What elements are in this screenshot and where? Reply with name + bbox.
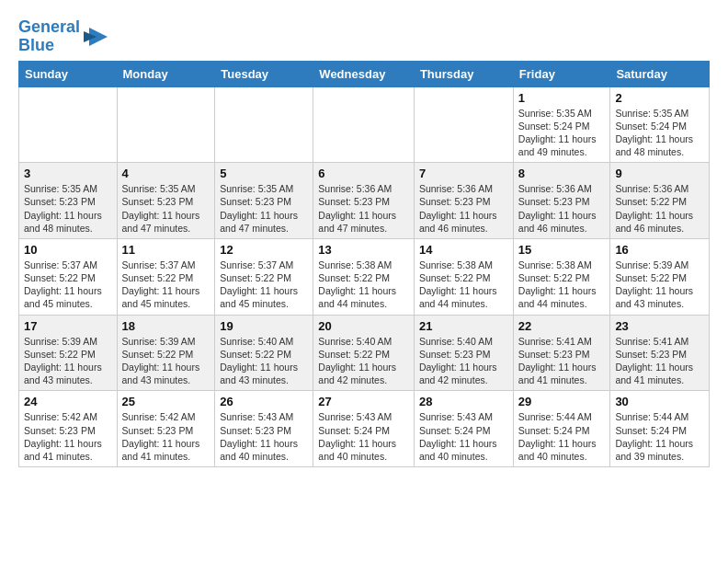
day-info: Sunrise: 5:42 AM Sunset: 5:23 PM Dayligh… — [122, 410, 210, 463]
day-info: Sunrise: 5:43 AM Sunset: 5:24 PM Dayligh… — [318, 410, 409, 463]
day-info: Sunrise: 5:35 AM Sunset: 5:24 PM Dayligh… — [615, 107, 704, 159]
logo: General Blue — [18, 18, 109, 55]
calendar-cell: 1Sunrise: 5:35 AM Sunset: 5:24 PM Daylig… — [513, 86, 610, 163]
day-number: 22 — [518, 319, 606, 333]
weekday-header: Friday — [513, 61, 610, 86]
day-info: Sunrise: 5:39 AM Sunset: 5:22 PM Dayligh… — [24, 335, 112, 387]
day-info: Sunrise: 5:38 AM Sunset: 5:22 PM Dayligh… — [318, 259, 409, 311]
weekday-header: Sunday — [19, 61, 118, 86]
day-number: 23 — [615, 319, 704, 333]
calendar-cell: 21Sunrise: 5:40 AM Sunset: 5:23 PM Dayli… — [414, 315, 513, 391]
day-number: 21 — [419, 319, 508, 333]
day-number: 13 — [318, 243, 409, 257]
calendar-cell — [313, 86, 415, 163]
day-info: Sunrise: 5:36 AM Sunset: 5:22 PM Dayligh… — [615, 182, 704, 235]
calendar-cell: 25Sunrise: 5:42 AM Sunset: 5:23 PM Dayli… — [117, 391, 215, 467]
day-number: 8 — [518, 167, 606, 180]
calendar-cell: 20Sunrise: 5:40 AM Sunset: 5:22 PM Dayli… — [313, 315, 415, 391]
calendar-week-row: 17Sunrise: 5:39 AM Sunset: 5:22 PM Dayli… — [19, 315, 710, 391]
day-info: Sunrise: 5:35 AM Sunset: 5:23 PM Dayligh… — [220, 182, 308, 235]
day-number: 17 — [24, 319, 112, 333]
calendar-cell: 29Sunrise: 5:44 AM Sunset: 5:24 PM Dayli… — [513, 391, 610, 467]
day-info: Sunrise: 5:36 AM Sunset: 5:23 PM Dayligh… — [318, 182, 409, 235]
day-number: 30 — [615, 395, 704, 408]
day-info: Sunrise: 5:44 AM Sunset: 5:24 PM Dayligh… — [615, 410, 704, 463]
day-number: 11 — [122, 243, 210, 257]
day-number: 12 — [220, 243, 308, 257]
day-info: Sunrise: 5:40 AM Sunset: 5:23 PM Dayligh… — [419, 335, 508, 387]
logo-icon — [82, 24, 109, 50]
day-info: Sunrise: 5:35 AM Sunset: 5:23 PM Dayligh… — [24, 182, 112, 235]
day-info: Sunrise: 5:40 AM Sunset: 5:22 PM Dayligh… — [220, 335, 308, 387]
day-number: 29 — [518, 395, 606, 408]
calendar-week-row: 24Sunrise: 5:42 AM Sunset: 5:23 PM Dayli… — [19, 391, 710, 467]
calendar-cell: 13Sunrise: 5:38 AM Sunset: 5:22 PM Dayli… — [313, 238, 415, 315]
weekday-header: Monday — [117, 61, 215, 86]
calendar-cell: 27Sunrise: 5:43 AM Sunset: 5:24 PM Dayli… — [313, 391, 415, 467]
day-number: 25 — [122, 395, 210, 408]
day-number: 6 — [318, 167, 409, 180]
calendar-cell: 4Sunrise: 5:35 AM Sunset: 5:23 PM Daylig… — [117, 163, 215, 239]
day-number: 14 — [419, 243, 508, 257]
calendar-cell: 2Sunrise: 5:35 AM Sunset: 5:24 PM Daylig… — [610, 86, 710, 163]
calendar-cell — [215, 86, 313, 163]
day-info: Sunrise: 5:37 AM Sunset: 5:22 PM Dayligh… — [24, 259, 112, 311]
day-info: Sunrise: 5:36 AM Sunset: 5:23 PM Dayligh… — [419, 182, 508, 235]
calendar-cell: 23Sunrise: 5:41 AM Sunset: 5:23 PM Dayli… — [610, 315, 710, 391]
weekday-header: Saturday — [610, 61, 710, 86]
day-number: 27 — [318, 395, 409, 408]
calendar-cell: 3Sunrise: 5:35 AM Sunset: 5:23 PM Daylig… — [19, 163, 118, 239]
calendar-cell — [19, 86, 118, 163]
day-number: 28 — [419, 395, 508, 408]
day-number: 24 — [24, 395, 112, 408]
day-info: Sunrise: 5:35 AM Sunset: 5:24 PM Dayligh… — [518, 107, 606, 159]
calendar-cell: 30Sunrise: 5:44 AM Sunset: 5:24 PM Dayli… — [610, 391, 710, 467]
calendar-cell: 28Sunrise: 5:43 AM Sunset: 5:24 PM Dayli… — [414, 391, 513, 467]
weekday-header: Tuesday — [215, 61, 313, 86]
calendar-week-row: 1Sunrise: 5:35 AM Sunset: 5:24 PM Daylig… — [19, 86, 710, 163]
day-info: Sunrise: 5:43 AM Sunset: 5:24 PM Dayligh… — [419, 410, 508, 463]
day-info: Sunrise: 5:39 AM Sunset: 5:22 PM Dayligh… — [615, 259, 704, 311]
calendar-week-row: 10Sunrise: 5:37 AM Sunset: 5:22 PM Dayli… — [19, 238, 710, 315]
day-number: 7 — [419, 167, 508, 180]
logo-text: General Blue — [18, 18, 80, 55]
calendar-cell — [414, 86, 513, 163]
day-info: Sunrise: 5:42 AM Sunset: 5:23 PM Dayligh… — [24, 410, 112, 463]
day-number: 16 — [615, 243, 704, 257]
day-info: Sunrise: 5:38 AM Sunset: 5:22 PM Dayligh… — [518, 259, 606, 311]
calendar-cell: 18Sunrise: 5:39 AM Sunset: 5:22 PM Dayli… — [117, 315, 215, 391]
day-number: 9 — [615, 167, 704, 180]
calendar-cell: 5Sunrise: 5:35 AM Sunset: 5:23 PM Daylig… — [215, 163, 313, 239]
calendar-cell: 16Sunrise: 5:39 AM Sunset: 5:22 PM Dayli… — [610, 238, 710, 315]
day-info: Sunrise: 5:44 AM Sunset: 5:24 PM Dayligh… — [518, 410, 606, 463]
day-number: 5 — [220, 167, 308, 180]
calendar-cell: 26Sunrise: 5:43 AM Sunset: 5:23 PM Dayli… — [215, 391, 313, 467]
calendar-cell: 7Sunrise: 5:36 AM Sunset: 5:23 PM Daylig… — [414, 163, 513, 239]
day-info: Sunrise: 5:37 AM Sunset: 5:22 PM Dayligh… — [220, 259, 308, 311]
weekday-header: Wednesday — [313, 61, 415, 86]
day-number: 2 — [615, 91, 704, 105]
day-info: Sunrise: 5:41 AM Sunset: 5:23 PM Dayligh… — [518, 335, 606, 387]
day-info: Sunrise: 5:38 AM Sunset: 5:22 PM Dayligh… — [419, 259, 508, 311]
calendar-cell: 22Sunrise: 5:41 AM Sunset: 5:23 PM Dayli… — [513, 315, 610, 391]
day-number: 10 — [24, 243, 112, 257]
day-info: Sunrise: 5:39 AM Sunset: 5:22 PM Dayligh… — [122, 335, 210, 387]
calendar-cell: 14Sunrise: 5:38 AM Sunset: 5:22 PM Dayli… — [414, 238, 513, 315]
calendar-week-row: 3Sunrise: 5:35 AM Sunset: 5:23 PM Daylig… — [19, 163, 710, 239]
day-info: Sunrise: 5:43 AM Sunset: 5:23 PM Dayligh… — [220, 410, 308, 463]
calendar-cell: 11Sunrise: 5:37 AM Sunset: 5:22 PM Dayli… — [117, 238, 215, 315]
calendar-header-row: SundayMondayTuesdayWednesdayThursdayFrid… — [19, 61, 710, 86]
day-info: Sunrise: 5:36 AM Sunset: 5:23 PM Dayligh… — [518, 182, 606, 235]
day-number: 19 — [220, 319, 308, 333]
calendar-cell: 9Sunrise: 5:36 AM Sunset: 5:22 PM Daylig… — [610, 163, 710, 239]
page-header: General Blue — [18, 15, 710, 55]
day-number: 1 — [518, 91, 606, 105]
calendar-cell: 24Sunrise: 5:42 AM Sunset: 5:23 PM Dayli… — [19, 391, 118, 467]
calendar-cell: 17Sunrise: 5:39 AM Sunset: 5:22 PM Dayli… — [19, 315, 118, 391]
day-info: Sunrise: 5:37 AM Sunset: 5:22 PM Dayligh… — [122, 259, 210, 311]
day-number: 4 — [122, 167, 210, 180]
day-number: 3 — [24, 167, 112, 180]
calendar-cell — [117, 86, 215, 163]
calendar-cell: 6Sunrise: 5:36 AM Sunset: 5:23 PM Daylig… — [313, 163, 415, 239]
day-info: Sunrise: 5:40 AM Sunset: 5:22 PM Dayligh… — [318, 335, 409, 387]
